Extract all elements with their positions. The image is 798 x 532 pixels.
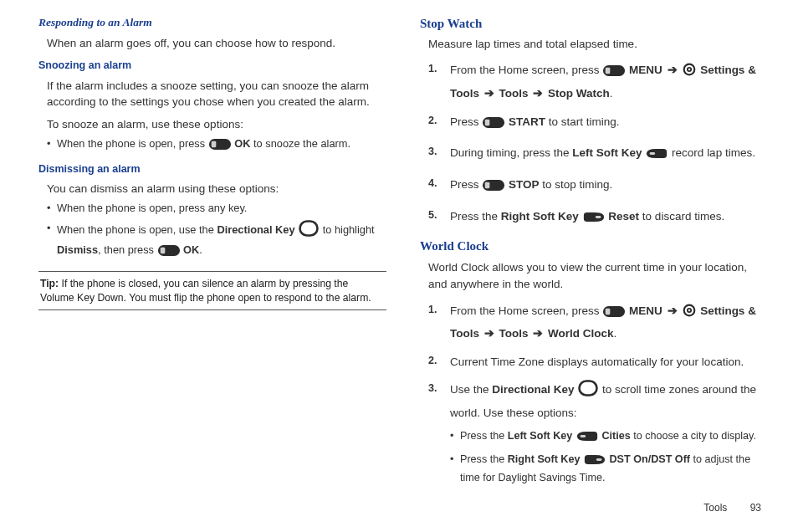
- stopwatch-step-3: During timing, press the Left Soft Key r…: [427, 143, 768, 166]
- start-label: START: [509, 115, 545, 128]
- arrow-icon: ➔: [533, 324, 543, 344]
- footer-section: Tools: [703, 502, 727, 514]
- center-key-icon: [482, 115, 505, 136]
- worldclock-sublist: Press the Left Soft Key Cities to choose…: [450, 428, 768, 486]
- arrow-icon: ➔: [668, 60, 678, 80]
- arrow-icon: ➔: [533, 84, 543, 104]
- tip-box: Tip: If the phone is closed, you can sil…: [38, 271, 386, 310]
- directional-key-label: Directional Key: [492, 383, 574, 396]
- worldclock-step-1: From the Home screen, press MENU ➔ Setti…: [427, 301, 768, 344]
- text: When the phone is open, use the: [57, 223, 217, 236]
- text: From the Home screen, press: [450, 304, 602, 317]
- snooze-bullet-1: When the phone is open, press OK to snoo…: [47, 136, 386, 156]
- left-soft-key-label: Left Soft Key: [508, 430, 573, 442]
- text: to discard times.: [642, 210, 724, 223]
- snooze-bullets: When the phone is open, press OK to snoo…: [47, 136, 386, 156]
- right-soft-key-label: Right Soft Key: [508, 453, 581, 465]
- text: Use the: [450, 383, 492, 396]
- footer-page-number: 93: [750, 502, 761, 514]
- text: to start timing.: [549, 115, 620, 128]
- tools-label: Tools: [499, 87, 529, 100]
- stopwatch-step-5: Press the Right Soft Key Reset to discar…: [427, 207, 768, 230]
- ok-label: OK: [183, 243, 199, 256]
- worldclock-step-3: Use the Directional Key to scroll time z…: [427, 380, 768, 485]
- tip-text: If the phone is closed, you can silence …: [40, 278, 371, 303]
- text: , then press: [98, 243, 156, 256]
- right-column: Stop Watch Measure lap times and total e…: [420, 12, 768, 495]
- text: Press the: [460, 453, 508, 465]
- para-stopwatch: Measure lap times and total elapsed time…: [428, 37, 768, 52]
- page-footer: Tools 93: [0, 502, 798, 514]
- worldclock-label: World Clock: [548, 327, 614, 340]
- dismiss-bullets: When the phone is open, press any key. W…: [47, 200, 386, 261]
- heading-dismissing: Dismissing an alarm: [38, 162, 386, 176]
- center-key-icon: [157, 244, 181, 262]
- text: Press: [450, 115, 482, 128]
- reset-label: Reset: [608, 210, 639, 223]
- settings-icon: [682, 303, 697, 325]
- dismiss-bullet-1: When the phone is open, press any key.: [47, 200, 386, 217]
- dismiss-bullet-2: When the phone is open, use the Directio…: [47, 220, 386, 262]
- para-respond: When an alarm goes off, you can choose h…: [47, 35, 386, 52]
- stopwatch-step-2: Press START to start timing.: [427, 112, 768, 136]
- text: When the phone is open, press: [57, 137, 208, 150]
- worldclock-steps: From the Home screen, press MENU ➔ Setti…: [427, 301, 768, 486]
- arrow-icon: ➔: [668, 301, 678, 321]
- left-soft-key-label: Left Soft Key: [572, 146, 642, 159]
- dismiss-label: Dismiss: [57, 243, 98, 256]
- heading-worldclock: World Clock: [420, 238, 768, 254]
- left-soft-key-icon: [575, 430, 599, 447]
- heading-responding: Responding to an Alarm: [38, 15, 386, 30]
- para-snooze-2: To snooze an alarm, use these options:: [47, 117, 386, 132]
- para-worldclock: World Clock allows you to view the curre…: [428, 259, 768, 292]
- settings-icon: [682, 62, 697, 84]
- right-soft-key-icon: [583, 453, 606, 470]
- stopwatch-step-1: From the Home screen, press MENU ➔ Setti…: [427, 60, 768, 103]
- text: Press the: [450, 210, 501, 223]
- center-key-icon: [602, 64, 626, 84]
- text: Press: [450, 178, 482, 191]
- left-column: Responding to an Alarm When an alarm goe…: [38, 12, 386, 495]
- text: Press the: [460, 430, 508, 442]
- left-soft-key-icon: [645, 146, 668, 166]
- center-key-icon: [602, 304, 626, 325]
- right-soft-key-icon: [582, 210, 606, 230]
- text: to highlight: [323, 223, 375, 236]
- text: During timing, press the: [450, 146, 572, 159]
- worldclock-step-2: Current Time Zone displays automatically…: [427, 352, 768, 372]
- directional-key-label: Directional Key: [217, 223, 294, 236]
- heading-stopwatch: Stop Watch: [420, 15, 768, 32]
- stopwatch-step-4: Press STOP to stop timing.: [427, 175, 768, 198]
- directional-key-icon: [298, 220, 320, 242]
- para-snooze-1: If the alarm includes a snooze setting, …: [47, 78, 386, 110]
- stop-label: STOP: [509, 178, 540, 191]
- center-key-icon: [208, 138, 232, 156]
- cities-label: Cities: [601, 430, 630, 442]
- center-key-icon: [482, 178, 505, 198]
- para-dismiss: You can dismiss an alarm using these opt…: [47, 182, 386, 197]
- heading-snoozing: Snoozing an alarm: [38, 59, 386, 73]
- stopwatch-steps: From the Home screen, press MENU ➔ Setti…: [427, 60, 768, 229]
- arrow-icon: ➔: [484, 324, 494, 344]
- text: .: [199, 243, 202, 256]
- tip-label: Tip:: [40, 278, 59, 289]
- worldclock-sub-1: Press the Left Soft Key Cities to choose…: [450, 428, 768, 447]
- text: From the Home screen, press: [450, 64, 602, 76]
- tools-label: Tools: [499, 327, 529, 340]
- text: record lap times.: [672, 146, 755, 159]
- ok-label: OK: [234, 137, 250, 150]
- stopwatch-label: Stop Watch: [548, 87, 610, 100]
- directional-key-icon: [577, 380, 599, 403]
- text: to snooze the alarm.: [253, 137, 350, 150]
- right-soft-key-label: Right Soft Key: [501, 210, 579, 223]
- arrow-icon: ➔: [484, 84, 494, 104]
- text: to stop timing.: [542, 178, 612, 191]
- menu-label: MENU: [629, 304, 662, 317]
- text: to choose a city to display.: [633, 430, 756, 442]
- menu-label: MENU: [629, 64, 662, 76]
- page-body: Responding to an Alarm When an alarm goe…: [0, 0, 798, 502]
- worldclock-sub-2: Press the Right Soft Key DST On/DST Off …: [450, 452, 768, 486]
- dst-label: DST On/DST Off: [609, 453, 690, 465]
